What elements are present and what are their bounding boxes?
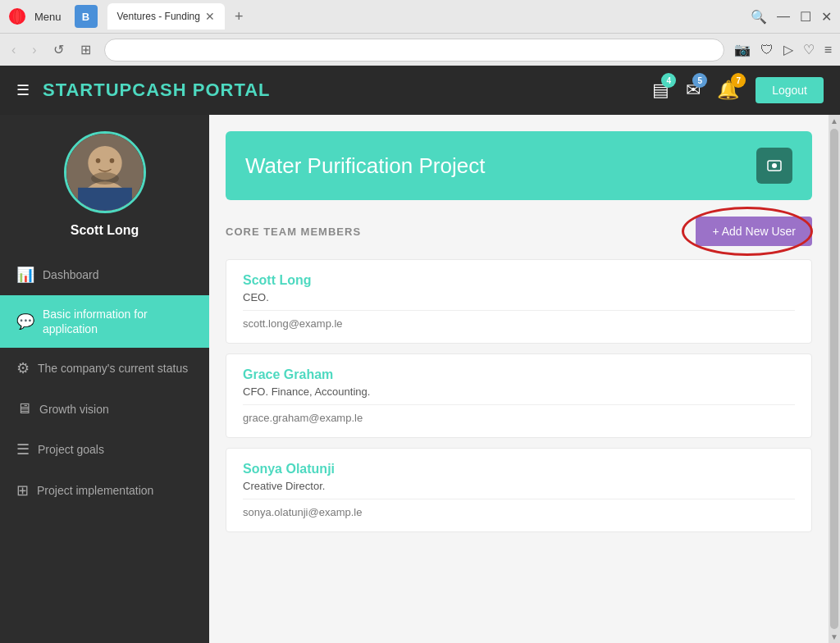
brand: STARTUPCASH PORTAL: [43, 80, 271, 101]
app-header: ☰ STARTUPCASH PORTAL ▤ 4 ✉ 5 🔔 7 Logout: [0, 66, 840, 115]
member-role: CEO.: [243, 291, 795, 303]
messages-badge: 4: [661, 73, 676, 88]
avatar: [64, 131, 146, 213]
new-tab-button[interactable]: +: [235, 8, 244, 25]
svg-point-7: [95, 158, 100, 163]
sidebar-item-label: Basic information for application: [43, 307, 193, 336]
member-email: grace.graham@examp.le: [243, 412, 795, 424]
scroll-down[interactable]: ▼: [830, 632, 838, 641]
gear-icon: ⚙: [16, 359, 30, 377]
member-divider: [243, 310, 795, 311]
svg-rect-6: [78, 188, 132, 211]
content-area: Water Purification Project CORE TEAM MEM…: [209, 115, 829, 643]
brand-accent: PORTAL: [193, 80, 271, 100]
project-icon-svg: [766, 157, 783, 174]
member-divider: [243, 404, 795, 405]
messages-icon-wrap[interactable]: ▤ 4: [652, 80, 669, 101]
sidebar-item-project-goals[interactable]: ☰ Project goals: [0, 429, 209, 470]
logout-button[interactable]: Logout: [756, 77, 824, 103]
heart-icon[interactable]: ♡: [803, 42, 815, 57]
avatar-image: [66, 134, 144, 211]
menu-icon[interactable]: ≡: [824, 43, 832, 57]
project-title: Water Purification Project: [245, 153, 485, 179]
browser-toolbar-icons: 📷 🛡 ▷ ♡ ≡: [734, 42, 832, 57]
brand-main: STARTUPCASH: [43, 80, 187, 100]
sidebar-item-dashboard[interactable]: 📊 Dashboard: [0, 254, 209, 295]
sidebar-user-name: Scott Long: [71, 223, 139, 238]
section-title: CORE TEAM MEMBERS: [226, 226, 361, 238]
project-icon-button[interactable]: [756, 148, 792, 184]
sidebar-item-label: The company's current status: [38, 361, 188, 376]
sidebar-item-company-status[interactable]: ⚙ The company's current status: [0, 348, 209, 389]
svg-point-1: [13, 9, 21, 24]
maximize-icon[interactable]: ☐: [800, 9, 811, 25]
svg-point-9: [91, 172, 119, 185]
browser-menu-label[interactable]: Menu: [34, 11, 62, 23]
bell-icon-wrap[interactable]: 🔔 7: [717, 80, 739, 101]
browser-logo: [8, 7, 26, 25]
chat-icon: 💬: [16, 312, 34, 331]
mail-badge: 5: [692, 73, 707, 88]
member-name: Grace Graham: [243, 367, 795, 382]
svg-point-11: [772, 163, 777, 168]
team-member-card: Sonya Olatunji Creative Director. sonya.…: [226, 448, 812, 532]
sidebar-item-label: Project implementation: [37, 483, 153, 498]
team-member-card: Grace Graham CFO. Finance, Accounting. g…: [226, 353, 812, 438]
sidebar-item-label: Growth vision: [39, 402, 109, 417]
main-layout: Scott Long 📊 Dashboard 💬 Basic informati…: [0, 115, 840, 643]
sidebar-item-basic-info[interactable]: 💬 Basic information for application: [0, 295, 209, 348]
back-button[interactable]: ‹: [8, 41, 19, 59]
forward-button[interactable]: ›: [29, 41, 39, 59]
scroll-up[interactable]: ▲: [830, 116, 838, 125]
member-role: Creative Director.: [243, 480, 795, 492]
project-header: Water Purification Project: [226, 131, 812, 200]
hamburger-icon[interactable]: ☰: [16, 81, 30, 99]
member-role: CFO. Finance, Accounting.: [243, 385, 795, 398]
svg-point-8: [109, 158, 114, 163]
member-name: Sonya Olatunji: [243, 462, 795, 477]
app-container: ☰ STARTUPCASH PORTAL ▤ 4 ✉ 5 🔔 7 Logout: [0, 66, 840, 643]
scroll-thumb[interactable]: [830, 129, 838, 629]
dashboard-icon: 📊: [16, 266, 34, 284]
window-controls: 🔍 — ☐ ✕: [751, 9, 832, 25]
browser-chrome: Menu B Ventures - Funding ✕ + 🔍 — ☐ ✕ ‹ …: [0, 0, 840, 66]
bell-badge: 7: [731, 73, 746, 88]
member-name: Scott Long: [243, 273, 795, 288]
monitor-icon: 🖥: [16, 400, 31, 417]
member-email: scott.long@examp.le: [243, 317, 795, 330]
sidebar-item-project-implementation[interactable]: ⊞ Project implementation: [0, 470, 209, 511]
refresh-button[interactable]: ↺: [50, 40, 67, 59]
camera-icon[interactable]: 📷: [734, 42, 751, 57]
shield-icon[interactable]: 🛡: [760, 43, 774, 57]
add-new-user-button[interactable]: + Add New User: [696, 217, 812, 246]
grid-icon: ⊞: [16, 481, 29, 499]
browser-addressbar: ‹ › ↺ ⊞ 📷 🛡 ▷ ♡ ≡: [0, 33, 840, 66]
sidebar-item-label: Dashboard: [43, 267, 99, 282]
browser-titlebar: Menu B Ventures - Funding ✕ + 🔍 — ☐ ✕: [0, 0, 840, 33]
sidebar-item-growth-vision[interactable]: 🖥 Growth vision: [0, 389, 209, 429]
browser-tab-b[interactable]: B: [75, 5, 98, 28]
add-user-button-wrap: + Add New User: [696, 217, 812, 246]
browser-active-tab[interactable]: Ventures - Funding ✕: [107, 3, 225, 30]
address-bar[interactable]: [104, 39, 724, 62]
tab-close-icon[interactable]: ✕: [205, 10, 215, 23]
member-email: sonya.olatunji@examp.le: [243, 506, 795, 518]
sidebar-item-label: Project goals: [38, 442, 104, 457]
close-icon[interactable]: ✕: [821, 9, 832, 25]
sidebar: Scott Long 📊 Dashboard 💬 Basic informati…: [0, 115, 209, 643]
header-icons: ▤ 4 ✉ 5 🔔 7: [652, 80, 739, 101]
sidebar-nav: 📊 Dashboard 💬 Basic information for appl…: [0, 254, 209, 511]
list-icon: ☰: [16, 440, 30, 458]
team-members-list: Scott Long CEO. scott.long@examp.le Grac…: [226, 259, 812, 532]
member-divider: [243, 499, 795, 499]
minimize-icon[interactable]: —: [777, 9, 790, 24]
search-icon[interactable]: 🔍: [751, 9, 767, 25]
apps-button[interactable]: ⊞: [77, 40, 94, 59]
tab-title: Ventures - Funding: [117, 11, 200, 22]
mail-icon-wrap[interactable]: ✉ 5: [686, 80, 701, 101]
section-header: CORE TEAM MEMBERS + Add New User: [226, 217, 812, 246]
team-member-card: Scott Long CEO. scott.long@examp.le: [226, 259, 812, 344]
play-icon[interactable]: ▷: [783, 42, 793, 57]
scrollbar[interactable]: ▲ ▼: [829, 115, 840, 643]
